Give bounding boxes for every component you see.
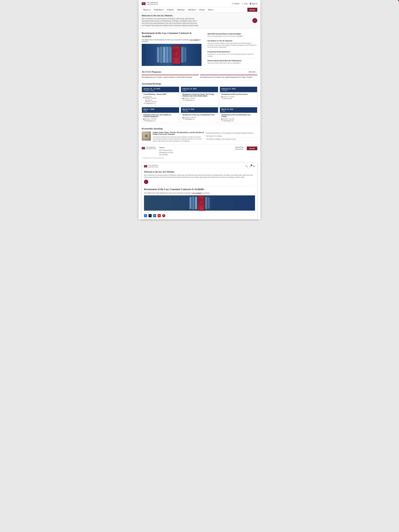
meetings-title: Upcoming Meetings: [142, 82, 161, 85]
cle-title: ALI CLE Programs: [142, 71, 161, 73]
mobile-cart-icon[interactable]: 🛒0: [249, 165, 252, 168]
social-links[interactable]: f 𝕏 in ▶ 🎙: [144, 212, 255, 217]
podcast-image: 🏛: [142, 132, 151, 141]
right-panel-item-1: 2023-2024 Annual Report Is Now Available…: [207, 32, 257, 38]
podcast-title: Reasonably Speaking: [142, 127, 257, 130]
signin-link[interactable]: 👤 Sign In: [249, 3, 257, 5]
mobile-restatement-link[interactable]: now available: [192, 192, 201, 194]
meeting-card-2[interactable]: February 21, 2025 Friday Restatement of …: [181, 87, 218, 106]
terms-link[interactable]: Terms of Use: [235, 149, 244, 150]
featured-link[interactable]: now available: [190, 39, 199, 41]
copyright: © Copyright 2024. All Rights Reserved.: [142, 157, 257, 159]
meeting-card-6[interactable]: March 14, 2025 Friday Restatement of the…: [220, 107, 257, 123]
nav-projects[interactable]: Projects▾: [166, 7, 176, 12]
footer-donate[interactable]: Donate: [247, 146, 257, 151]
linkedin-icon[interactable]: in: [153, 214, 156, 217]
footer-links: Privacy Policy Terms of Use: [235, 146, 244, 151]
mobile-restatement: Restatement of the Law, Consumer Contrac…: [144, 188, 255, 211]
meeting-card-5[interactable]: March 13, 2025 Thursday Restatement of t…: [181, 107, 218, 123]
footer-logo: ALI THE AMERICAN LAW INSTITUTE: [142, 146, 156, 150]
logo-text: THE AMERICAN LAW INSTITUTE: [147, 2, 158, 5]
welcome-arrow-button[interactable]: →: [252, 18, 257, 23]
mobile-arrow-button[interactable]: →: [144, 180, 148, 184]
welcome-description: We're ushering in our second century of …: [142, 18, 200, 27]
meeting-card-1[interactable]: January 23 - 24, 2025 Thursday - Friday …: [142, 87, 179, 106]
podcast-episode-4[interactable]: The Public's Confidence in the Supreme C…: [206, 138, 257, 141]
podcast-episode-3[interactable]: Free Speech on Campus: [206, 134, 257, 138]
mobile-overlay-panel: ALI THE AMERICAN LAW INSTITUTE 🔍 🛒0 ☰ We…: [142, 162, 257, 219]
podcast-main-episode[interactable]: Judges Under Siege: Threats, Disinformat…: [153, 132, 204, 142]
mobile-welcome-title: Welcome to the new ALI Website.: [144, 171, 255, 173]
mobile-search-icon[interactable]: 🔍: [245, 165, 248, 168]
user-icon: 👤: [249, 3, 252, 5]
nav-giving[interactable]: Giving▾: [198, 7, 206, 12]
podcast-other-episodes: Empowering Everyone: A Conversation on P…: [206, 132, 257, 141]
logo-abbr: ALI: [142, 2, 145, 5]
cle-see-more[interactable]: See more →: [249, 71, 257, 73]
cart-badge: 0: [398, 0, 399, 1]
cart-icon: 🛒: [242, 3, 244, 5]
cart-link[interactable]: 🛒 Cart 0: [242, 3, 247, 5]
podcast-episode-2[interactable]: Empowering Everyone: A Conversation on P…: [206, 132, 257, 134]
nav-about[interactable]: About us▾: [142, 7, 152, 12]
nav-members[interactable]: Members▾: [187, 7, 198, 12]
cart-label: Cart: [244, 3, 247, 5]
search-link[interactable]: 🔍 Search: [231, 3, 239, 5]
footer-donate-button[interactable]: Donate: [247, 146, 257, 150]
twitter-icon[interactable]: 𝕏: [149, 214, 152, 217]
privacy-policy-link[interactable]: Privacy Policy: [235, 146, 244, 148]
cle-card-2[interactable]: Decoding Consumer Contracts: Key Legal D…: [200, 75, 257, 78]
right-panel-item-3: Frequently Asked Questions Find answers …: [207, 50, 257, 59]
mobile-welcome-desc: We're ushering in our second century of …: [144, 174, 255, 178]
search-icon: 🔍: [231, 3, 234, 5]
nav-news[interactable]: News▾: [206, 7, 215, 12]
meeting-card-4[interactable]: March 7, 2025 Friday Principles of the L…: [142, 107, 179, 123]
welcome-title: Welcome to the new ALI Website.: [142, 14, 200, 17]
footer-logo-abbr: ALI: [142, 147, 145, 149]
mobile-logo[interactable]: ALI THE AMERICAN LAW INSTITUTE: [144, 165, 158, 168]
podcast-icon[interactable]: 🎙: [162, 214, 165, 217]
nav-meetings[interactable]: Meetings▾: [176, 7, 187, 12]
mobile-book-image: THE AMERICANLAW INSTITUTE ⚖ RESTATEMENTO…: [144, 195, 255, 211]
right-panel-item-2: Fall Edition of The ALI Reporter This is…: [207, 39, 257, 50]
nav-donate-button[interactable]: Donate: [247, 8, 257, 12]
site-logo[interactable]: ALI THE AMERICAN LAW INSTITUTE: [142, 2, 158, 5]
search-label: Search: [234, 3, 239, 5]
nav-publications[interactable]: Publications▾: [152, 7, 165, 12]
meeting-card-3[interactable]: February 27, 2025 Thursday Restatement o…: [220, 87, 257, 106]
featured-subtitle: The Official Text of the Restatement of …: [142, 39, 201, 42]
mobile-menu-icon[interactable]: ☰: [253, 165, 255, 168]
footer-address: Address 4025 Chestnut Street,Philadelphi…: [159, 146, 232, 156]
signin-label: Sign In: [252, 3, 257, 5]
youtube-icon[interactable]: ▶: [158, 214, 161, 217]
facebook-icon[interactable]: f: [144, 214, 147, 217]
featured-title: Restatement of the Law, Consumer Contrac…: [142, 32, 201, 38]
footer-logo-text: THE AMERICAN LAW INSTITUTE: [146, 146, 156, 150]
right-panel-item-4: Receive Alerts About New ALI Publication…: [207, 58, 257, 65]
book-image: THE AMERICANLAW INSTITUTE ⚖ RESTATEMENTO…: [142, 44, 201, 66]
cle-card-1[interactable]: Reimagining Access to Justice: Legal Inn…: [142, 75, 199, 78]
